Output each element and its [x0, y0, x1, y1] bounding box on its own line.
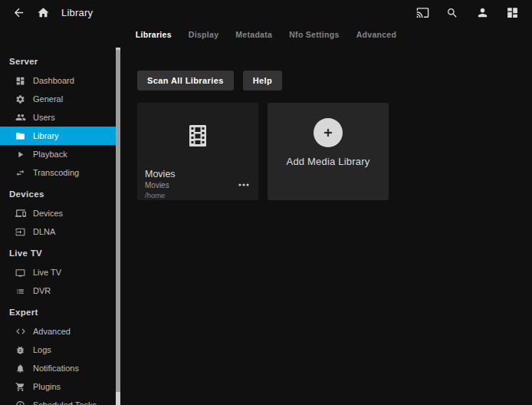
sidebar-section-livetv: Live TV Live TV DVR — [0, 241, 116, 300]
tab-metadata[interactable]: Metadata — [235, 28, 273, 41]
settings-tab-strip: Libraries Display Metadata Nfo Settings … — [0, 25, 532, 43]
sidebar-item-transcoding[interactable]: Transcoding — [0, 163, 116, 182]
page-title: Library — [61, 7, 93, 18]
cart-icon — [15, 381, 26, 392]
plus-icon — [322, 127, 334, 139]
tab-advanced[interactable]: Advanced — [356, 28, 398, 41]
scrollbar-thumb[interactable] — [116, 48, 120, 392]
sidebar-item-devices[interactable]: Devices — [0, 204, 116, 222]
user-icon — [476, 6, 489, 19]
input-icon — [15, 226, 26, 237]
dashboard-icon — [15, 75, 26, 86]
sidebar-item-advanced[interactable]: Advanced — [0, 322, 116, 341]
sidebar-item-label: DVR — [33, 286, 51, 295]
tab-libraries[interactable]: Libraries — [135, 28, 172, 41]
tab-display[interactable]: Display — [188, 28, 219, 41]
top-app-bar: Library — [0, 0, 532, 25]
home-icon — [37, 6, 50, 19]
sidebar-section-devices: Devices Devices DLNA — [0, 182, 116, 241]
add-media-library-card[interactable]: Add Media Library — [268, 103, 389, 200]
tab-nfo-settings[interactable]: Nfo Settings — [288, 28, 340, 41]
users-icon — [15, 112, 26, 123]
sidebar-item-scheduled-tasks[interactable]: Scheduled Tasks — [0, 396, 116, 405]
sidebar-item-label: Plugins — [33, 382, 61, 391]
library-card-movies[interactable]: Movies Movies /home — [137, 103, 258, 200]
back-icon — [12, 6, 25, 19]
film-strip-icon — [189, 125, 206, 147]
sidebar-section-server: Server Dashboard General Users Library — [0, 49, 116, 182]
dashboard-grid-button[interactable] — [501, 2, 523, 24]
user-button[interactable] — [471, 2, 493, 24]
code-icon — [15, 326, 26, 337]
sidebar-item-label: Notifications — [33, 364, 79, 373]
swap-arrows-icon — [15, 167, 26, 178]
clock-icon — [15, 400, 26, 405]
scrollbar-end — [116, 392, 120, 405]
main-content: Scan All Libraries Help Mo — [121, 43, 532, 405]
sidebar-item-library[interactable]: Library — [0, 127, 116, 145]
scan-all-libraries-button[interactable]: Scan All Libraries — [137, 71, 234, 91]
section-header-server: Server — [0, 49, 116, 71]
sidebar-scrollbar[interactable] — [116, 48, 120, 405]
sidebar-item-label: Transcoding — [33, 168, 79, 177]
sidebar-item-label: DLNA — [33, 227, 55, 236]
section-header-livetv: Live TV — [0, 241, 116, 263]
sidebar-section-expert: Expert Advanced Logs Notifications Plugi… — [0, 300, 116, 405]
dashboard-grid-icon — [506, 6, 519, 19]
sidebar-item-logs[interactable]: Logs — [0, 341, 116, 359]
bug-icon — [15, 344, 26, 355]
sidebar-item-label: Playback — [33, 150, 67, 159]
sidebar-item-label: Scheduled Tasks — [33, 400, 97, 405]
section-header-expert: Expert — [0, 300, 116, 322]
cast-button[interactable] — [412, 2, 433, 24]
sidebar-item-label: Dashboard — [33, 76, 74, 85]
more-horiz-icon — [238, 183, 249, 186]
sidebar-item-playback[interactable]: Playback — [0, 145, 116, 163]
sidebar-item-label: Users — [33, 113, 55, 122]
help-button[interactable]: Help — [243, 71, 282, 91]
tv-icon — [15, 267, 26, 278]
add-media-library-label: Add Media Library — [287, 156, 370, 167]
sidebar-item-label: Devices — [33, 209, 63, 218]
add-circle[interactable] — [314, 118, 343, 147]
sidebar-item-dashboard[interactable]: Dashboard — [0, 71, 116, 90]
sidebar-item-label: General — [33, 94, 63, 104]
sidebar-item-label: Logs — [33, 345, 51, 354]
sidebar-item-dvr[interactable]: DVR — [0, 282, 116, 300]
sidebar-item-notifications[interactable]: Notifications — [0, 359, 116, 377]
gear-icon — [15, 94, 26, 104]
folder-icon — [15, 130, 26, 141]
library-card-menu-button[interactable] — [235, 179, 252, 191]
sidebar-item-general[interactable]: General — [0, 90, 116, 108]
sidebar-item-plugins[interactable]: Plugins — [0, 377, 116, 396]
play-icon — [15, 149, 26, 160]
library-card-path: /home — [145, 191, 251, 199]
devices-icon — [15, 208, 26, 219]
home-button[interactable] — [32, 2, 54, 24]
list-icon — [15, 285, 26, 296]
sidebar-item-users[interactable]: Users — [0, 108, 116, 127]
section-header-devices: Devices — [0, 182, 116, 204]
sidebar-item-label: Live TV — [33, 268, 61, 277]
sidebar: Server Dashboard General Users Library — [0, 43, 121, 405]
sidebar-item-label: Library — [33, 131, 59, 140]
search-icon — [446, 7, 458, 19]
cast-icon — [416, 6, 429, 19]
library-card-image — [137, 103, 258, 169]
bell-icon — [15, 363, 26, 374]
sidebar-item-livetv[interactable]: Live TV — [0, 263, 116, 282]
sidebar-item-dlna[interactable]: DLNA — [0, 222, 116, 241]
back-button[interactable] — [8, 2, 29, 24]
search-button[interactable] — [442, 2, 463, 24]
sidebar-item-label: Advanced — [33, 327, 71, 336]
